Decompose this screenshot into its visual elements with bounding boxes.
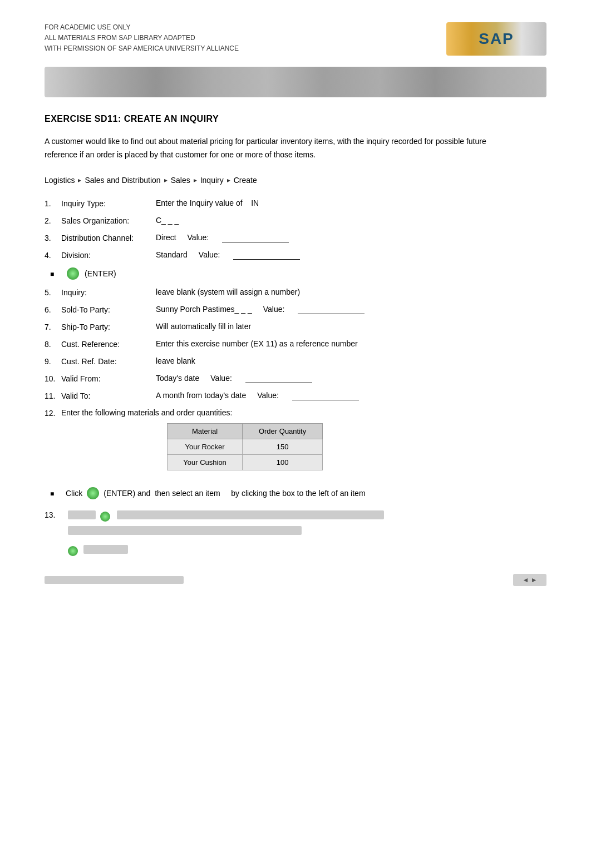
step-2-label: Sales Organization:	[61, 216, 156, 225]
step-3-number: 3.	[45, 233, 61, 242]
step-10-blank[interactable]	[245, 374, 312, 383]
step-4-value-label: Value:	[199, 250, 301, 260]
nav-arrow-2: ▸	[164, 176, 168, 184]
nav-arrow-4: ▸	[227, 176, 230, 184]
step-3-blank[interactable]	[222, 233, 289, 242]
nav-item-sales: Sales	[171, 176, 190, 185]
step-3: 3. Distribution Channel: Direct Value:	[45, 233, 546, 242]
step-6-number: 6.	[45, 305, 61, 314]
header-text: FOR ACADEMIC USE ONLY ALL MATERIALS FROM…	[45, 22, 239, 54]
step-10-number: 10.	[45, 374, 61, 383]
nav-arrow-1: ▸	[78, 176, 81, 184]
step-1-number: 1.	[45, 199, 61, 208]
step-8: 8. Cust. Reference: Enter this exercise …	[45, 339, 546, 349]
step-11-number: 11.	[45, 391, 61, 400]
header-line1: FOR ACADEMIC USE ONLY	[45, 22, 239, 33]
step-1-label: Inquiry Type:	[61, 199, 156, 208]
table-row-1: Your Rocker 150	[168, 439, 323, 454]
step-4-value: Standard	[156, 250, 188, 259]
step-10-content: Today's date Value:	[156, 374, 546, 383]
table-row-1-material: Your Rocker	[168, 439, 243, 454]
step-4-label: Division:	[61, 250, 156, 260]
step-3-content: Direct Value:	[156, 233, 546, 242]
nav-item-inquiry: Inquiry	[200, 176, 224, 185]
step-5: 5. Inquiry: leave blank (system will ass…	[45, 287, 546, 297]
step-3-value: Direct	[156, 233, 176, 242]
footer-page[interactable]: ◄ ►	[513, 574, 546, 586]
step-11-value: A month from today's date	[156, 391, 246, 400]
step-10: 10. Valid From: Today's date Value:	[45, 374, 546, 383]
step-9: 9. Cust. Ref. Date: leave blank	[45, 356, 546, 366]
table-row-2-quantity: 100	[243, 454, 323, 470]
table-header-quantity: Order Quantity	[243, 423, 323, 439]
step-8-label: Cust. Reference:	[61, 339, 156, 349]
step-11-value-label: Value:	[257, 391, 359, 400]
step-11-content: A month from today's date Value:	[156, 391, 546, 400]
step-8-number: 8.	[45, 339, 61, 349]
step-6: 6. Sold-To Party: Sunny Porch Pastimes_ …	[45, 305, 546, 314]
step-10-value-label: Value:	[210, 374, 312, 383]
materials-table-container: Material Order Quantity Your Rocker 150 …	[167, 423, 546, 470]
step-4-content: Standard Value:	[156, 250, 546, 260]
step-13-number: 13.	[45, 510, 61, 557]
step-4-blank[interactable]	[233, 250, 300, 260]
step-11-blank[interactable]	[292, 391, 359, 400]
click-enter-row: ■ Click (ENTER) and then select an item …	[50, 487, 546, 499]
step-3-value-label: Value:	[188, 233, 289, 242]
step-12-number: 12.	[45, 408, 61, 418]
step-7-content: Will automatically fill in later	[156, 322, 546, 331]
step-5-label: Inquiry:	[61, 287, 156, 297]
exercise-title: EXERCISE SD11: CREATE AN INQUIRY	[45, 114, 546, 124]
nav-item-create: Create	[234, 176, 257, 185]
step-7: 7. Ship-To Party: Will automatically fil…	[45, 322, 546, 331]
step-5-number: 5.	[45, 287, 61, 297]
click-prefix: Click	[66, 489, 82, 498]
table-row-2: Your Cushion 100	[168, 454, 323, 470]
click-icon[interactable]	[87, 487, 99, 499]
step-11: 11. Valid To: A month from today's date …	[45, 391, 546, 400]
blurred-block-4	[83, 545, 128, 554]
step-1-content: Enter the Inquiry value of IN	[156, 199, 546, 207]
banner-bar	[45, 67, 546, 97]
step-13-content	[68, 510, 546, 557]
step-5-content: leave blank (system will assign a number…	[156, 287, 546, 296]
step-10-label: Valid From:	[61, 374, 156, 383]
sap-logo-text: SAP	[479, 30, 514, 48]
sap-logo: SAP	[446, 22, 546, 56]
step-4: 4. Division: Standard Value:	[45, 250, 546, 260]
table-row-2-material: Your Cushion	[168, 454, 243, 470]
step-2-content: C_ _ _	[156, 216, 546, 225]
table-row-1-quantity: 150	[243, 439, 323, 454]
step-2: 2. Sales Organization: C_ _ _	[45, 216, 546, 225]
step-4-number: 4.	[45, 250, 61, 260]
step-12: 12. Enter the following materials and or…	[45, 408, 546, 418]
step-12-content: Enter the following materials and order …	[61, 408, 546, 417]
enter-label-1: (ENTER)	[85, 269, 116, 278]
step-2-number: 2.	[45, 216, 61, 225]
footer-text-blurred	[45, 576, 184, 584]
bullet-2: ■	[50, 488, 61, 498]
intro-text: A customer would like to find out about …	[45, 135, 501, 162]
nav-item-logistics: Logistics	[45, 176, 75, 185]
navigation-path: Logistics ▸ Sales and Distribution ▸ Sal…	[45, 176, 546, 185]
step-13-enter-icon[interactable]	[68, 546, 78, 556]
step-10-value: Today's date	[156, 374, 199, 383]
header-line3: WITH PERMISSION OF SAP AMERICA UNIVERSIT…	[45, 43, 239, 54]
step-9-label: Cust. Ref. Date:	[61, 356, 156, 366]
header-section: FOR ACADEMIC USE ONLY ALL MATERIALS FROM…	[45, 22, 546, 56]
step-7-number: 7.	[45, 322, 61, 331]
nav-item-sales-distribution: Sales and Distribution	[85, 176, 160, 185]
click-suffix: by clicking the box to the left of an it…	[225, 489, 366, 498]
step-8-content: Enter this exercise number (EX 11) as a …	[156, 339, 546, 348]
enter-icon-1[interactable]	[67, 267, 79, 280]
blurred-block-3	[68, 526, 302, 535]
step-6-blank[interactable]	[298, 305, 365, 314]
step-13-icon	[100, 512, 110, 522]
step-1: 1. Inquiry Type: Enter the Inquiry value…	[45, 199, 546, 208]
step-6-value: Sunny Porch Pastimes_ _ _	[156, 305, 252, 314]
step-6-label: Sold-To Party:	[61, 305, 156, 314]
nav-arrow-3: ▸	[194, 176, 197, 184]
step-6-content: Sunny Porch Pastimes_ _ _ Value:	[156, 305, 546, 314]
footer-bar: ◄ ►	[45, 574, 546, 586]
blurred-block-1	[68, 510, 96, 519]
